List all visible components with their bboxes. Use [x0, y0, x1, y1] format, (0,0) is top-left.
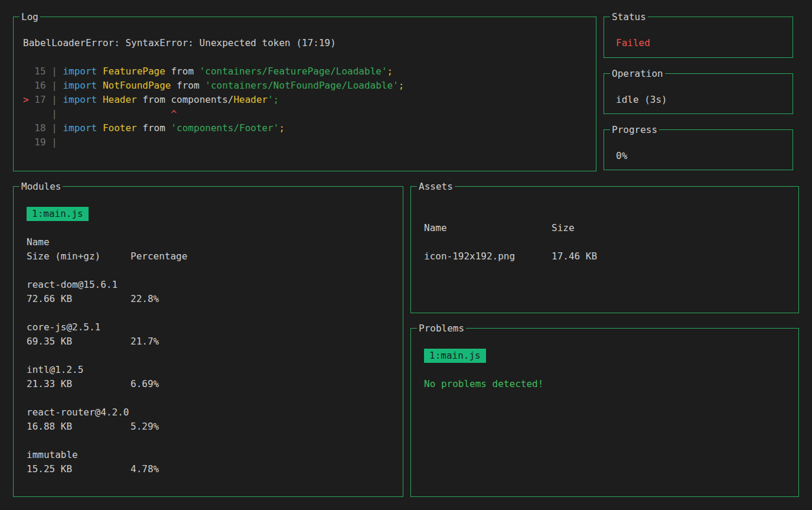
- module-percentage: 4.78%: [131, 462, 159, 476]
- module-row-line2: 21.33 KB6.69%: [27, 377, 403, 391]
- problems-body: 1:main.js No problems detected!: [411, 329, 798, 391]
- module-row: react-dom@15.6.172.66 KB22.8%: [27, 278, 403, 306]
- assets-body: Name Size icon-192x192.png17.46 KB: [411, 187, 798, 264]
- code-token: from: [137, 122, 171, 134]
- module-size: 15.25 KB: [27, 462, 131, 476]
- assets-rows: icon-192x192.png17.46 KB: [424, 249, 798, 264]
- gutter-pipe: |: [46, 80, 63, 91]
- modules-header-percentage: Percentage: [131, 249, 187, 264]
- modules-panel-title: Modules: [19, 180, 63, 194]
- code-token: import: [63, 66, 97, 77]
- assets-header-size: Size: [552, 221, 575, 235]
- asset-row: icon-192x192.png17.46 KB: [424, 249, 798, 264]
- gutter-pipe: |: [46, 94, 63, 105]
- operation-panel-title: Operation: [610, 67, 665, 81]
- code-token: from: [165, 66, 200, 77]
- module-size: 21.33 KB: [27, 377, 131, 391]
- module-row-line2: 72.66 KB22.8%: [27, 292, 403, 306]
- assets-header-name: Name: [424, 221, 552, 235]
- module-size: 16.88 KB: [27, 420, 131, 434]
- code-token: ;: [387, 66, 393, 77]
- progress-panel-title: Progress: [610, 123, 659, 137]
- modules-header-name: Name: [27, 235, 403, 249]
- gutter-pipe: |: [46, 66, 63, 77]
- module-percentage: 22.8%: [131, 292, 159, 306]
- module-row: core-js@2.5.169.35 KB21.7%: [27, 320, 403, 349]
- progress-panel: Progress 0%: [604, 129, 793, 170]
- problems-panel: Problems 1:main.js No problems detected!: [410, 328, 799, 497]
- module-name: react-router@4.2.0: [27, 405, 403, 420]
- module-name: immutable: [27, 448, 403, 462]
- code-token: Header: [233, 94, 268, 105]
- code-token: 'components/Footer': [171, 122, 279, 134]
- gutter-pipe: |: [46, 108, 63, 119]
- code-token: import: [63, 122, 97, 134]
- code-token: Header: [103, 94, 137, 105]
- code-token: [97, 122, 103, 134]
- assets-panel-title: Assets: [417, 180, 455, 194]
- code-line: 19 |: [23, 135, 586, 150]
- line-number: 19: [34, 135, 45, 150]
- code-token: import: [63, 80, 97, 91]
- modules-body: 1:main.js Name Size (min+gz) Percentage …: [14, 187, 403, 476]
- code-line: 15 | import FeaturePage from 'containers…: [23, 64, 586, 79]
- code-token: ';: [268, 94, 279, 105]
- code-token: FeaturePage: [103, 66, 165, 77]
- code-token: 'containers/NotFoundPage/Loadable': [205, 80, 399, 91]
- status-panel-title: Status: [610, 10, 648, 24]
- code-token: import: [63, 94, 97, 105]
- module-size: 69.35 KB: [27, 334, 131, 349]
- log-scroll-area[interactable]: BabelLoaderError: SyntaxError: Unexpecte…: [14, 17, 596, 171]
- modules-header-size: Size (min+gz): [27, 249, 131, 264]
- module-percentage: 21.7%: [131, 334, 159, 349]
- status-panel: Status Failed: [604, 17, 793, 58]
- module-row: react-router@4.2.016.88 KB5.29%: [27, 405, 403, 434]
- problems-panel-title: Problems: [417, 321, 466, 336]
- module-name: core-js@2.5.1: [27, 320, 403, 334]
- error-line-marker: >: [23, 93, 34, 107]
- operation-panel: Operation idle (3s): [604, 73, 793, 114]
- operation-value: idle (3s): [616, 93, 793, 107]
- problems-message: No problems detected!: [424, 377, 798, 391]
- asset-name: icon-192x192.png: [424, 249, 552, 264]
- module-size: 72.66 KB: [27, 292, 131, 306]
- status-value: Failed: [616, 36, 793, 50]
- code-token: ^: [63, 108, 177, 119]
- code-token: from components/: [137, 94, 234, 105]
- log-panel-title: Log: [19, 10, 40, 24]
- module-name: intl@1.2.5: [27, 363, 403, 377]
- code-token: Footer: [103, 122, 137, 134]
- problems-badge: 1:main.js: [424, 349, 486, 363]
- asset-size: 17.46 KB: [552, 249, 597, 264]
- progress-value: 0%: [616, 149, 793, 163]
- error-message: BabelLoaderError: SyntaxError: Unexpecte…: [23, 36, 586, 50]
- modules-rows: react-dom@15.6.172.66 KB22.8%core-js@2.5…: [27, 278, 403, 476]
- module-name: react-dom@15.6.1: [27, 278, 403, 292]
- code-frame: 15 | import FeaturePage from 'containers…: [23, 64, 586, 150]
- webpack-dashboard-screen: Log BabelLoaderError: SyntaxError: Unexp…: [0, 0, 812, 510]
- assets-table-header: Name Size: [424, 221, 798, 235]
- line-number: 16: [34, 79, 45, 93]
- modules-header-line2: Size (min+gz) Percentage: [27, 249, 403, 264]
- assets-panel: Assets Name Size icon-192x192.png17.46 K…: [410, 186, 799, 313]
- module-row-line2: 69.35 KB21.7%: [27, 334, 403, 349]
- code-token: [97, 66, 103, 77]
- module-percentage: 6.69%: [131, 377, 159, 391]
- module-percentage: 5.29%: [131, 420, 159, 434]
- code-token: from: [171, 80, 205, 91]
- code-token: [97, 80, 103, 91]
- code-token: 'containers/FeaturePage/Loadable': [200, 66, 387, 77]
- gutter-pipe: |: [46, 137, 63, 148]
- module-badge: 1:main.js: [27, 207, 89, 221]
- code-token: [97, 94, 103, 105]
- gutter-pipe: |: [46, 122, 63, 134]
- module-row: immutable15.25 KB4.78%: [27, 448, 403, 476]
- module-row-line2: 16.88 KB5.29%: [27, 420, 403, 434]
- code-line: 18 | import Footer from 'components/Foot…: [23, 121, 586, 135]
- module-row: intl@1.2.521.33 KB6.69%: [27, 363, 403, 391]
- line-number: 17: [34, 93, 45, 107]
- line-number: 18: [34, 121, 45, 135]
- line-number: 15: [34, 64, 45, 79]
- code-token: ;: [399, 80, 405, 91]
- code-line: 16 | import NotFoundPage from 'container…: [23, 79, 586, 93]
